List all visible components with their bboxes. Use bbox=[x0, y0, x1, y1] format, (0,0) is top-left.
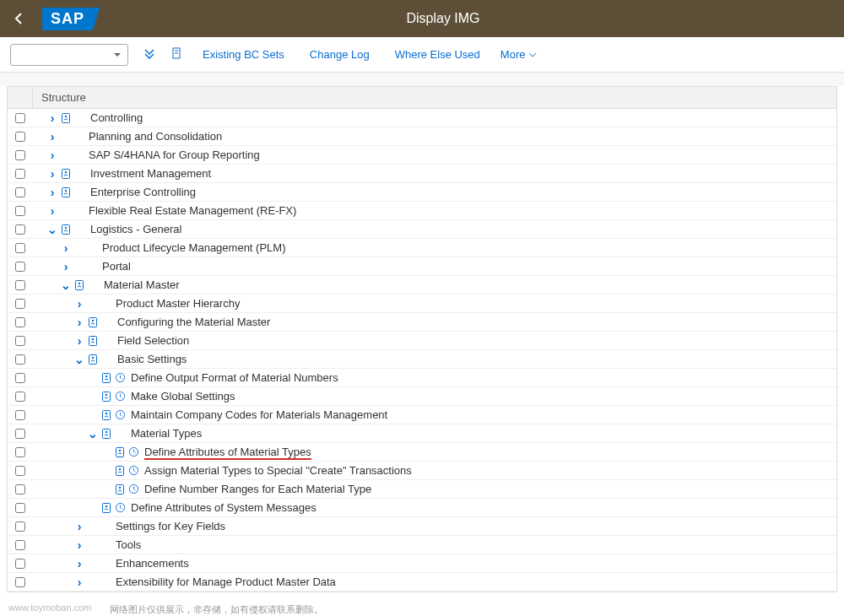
chevron-down-icon[interactable] bbox=[60, 278, 72, 292]
chevron-right-icon[interactable] bbox=[46, 186, 58, 199]
tree-row[interactable]: Investment Management bbox=[8, 165, 836, 183]
row-checkbox[interactable] bbox=[15, 280, 25, 290]
tree-row[interactable]: Product Lifecycle Management (PLM) bbox=[8, 239, 836, 257]
chevron-right-icon[interactable] bbox=[46, 204, 58, 218]
activity-doc-icon[interactable] bbox=[60, 112, 72, 124]
row-checkbox[interactable] bbox=[15, 169, 25, 179]
row-checkbox[interactable] bbox=[15, 559, 25, 569]
activity-doc-icon[interactable] bbox=[87, 354, 99, 365]
tree-row[interactable]: Planning and Consolidation bbox=[8, 127, 836, 146]
activity-doc-icon[interactable] bbox=[100, 409, 112, 421]
activity-doc-icon[interactable] bbox=[87, 335, 99, 347]
tree-row[interactable]: Tools bbox=[8, 536, 836, 554]
chevron-right-icon[interactable] bbox=[60, 260, 72, 273]
row-checkbox[interactable] bbox=[15, 429, 25, 439]
back-button[interactable] bbox=[0, 0, 37, 37]
row-checkbox[interactable] bbox=[15, 392, 25, 402]
tree-row[interactable]: Extensibility for Manage Product Master … bbox=[8, 573, 836, 592]
tree-row[interactable]: Basic Settings bbox=[8, 350, 836, 369]
activity-doc-icon[interactable] bbox=[100, 502, 112, 514]
row-checkbox[interactable] bbox=[15, 466, 25, 476]
row-checkbox[interactable] bbox=[15, 447, 25, 457]
chevron-right-icon[interactable] bbox=[73, 297, 85, 311]
row-checkbox[interactable] bbox=[15, 410, 25, 420]
row-checkbox[interactable] bbox=[15, 317, 25, 327]
expand-all-icon[interactable] bbox=[143, 47, 155, 62]
tree-row[interactable]: Define Number Ranges for Each Material T… bbox=[8, 480, 836, 499]
chevron-right-icon[interactable] bbox=[46, 167, 58, 181]
chevron-right-icon[interactable] bbox=[46, 149, 58, 162]
chevron-right-icon[interactable] bbox=[46, 130, 58, 143]
activity-doc-icon[interactable] bbox=[114, 465, 126, 477]
execute-icon[interactable] bbox=[127, 484, 139, 495]
tree-row[interactable]: Settings for Key Fields bbox=[8, 517, 836, 536]
tree-row[interactable]: Define Output Format of Material Numbers bbox=[8, 369, 836, 387]
activity-doc-icon[interactable] bbox=[87, 316, 99, 328]
tree-row[interactable]: Portal bbox=[8, 257, 836, 276]
command-field[interactable] bbox=[10, 44, 128, 66]
existing-bc-sets-link[interactable]: Existing BC Sets bbox=[197, 45, 289, 64]
row-checkbox[interactable] bbox=[15, 577, 25, 587]
tree-row[interactable]: Logistics - General bbox=[8, 220, 836, 239]
row-checkbox[interactable] bbox=[15, 336, 25, 346]
chevron-right-icon[interactable] bbox=[73, 316, 85, 329]
chevron-right-icon[interactable] bbox=[73, 334, 85, 348]
row-checkbox[interactable] bbox=[15, 132, 25, 142]
row-checkbox[interactable] bbox=[15, 113, 25, 123]
tree-row[interactable]: Configuring the Material Master bbox=[8, 313, 836, 332]
activity-doc-icon[interactable] bbox=[60, 186, 72, 198]
row-checkbox[interactable] bbox=[15, 540, 25, 550]
execute-icon[interactable] bbox=[127, 446, 139, 458]
row-checkbox[interactable] bbox=[15, 224, 25, 235]
chevron-down-icon[interactable] bbox=[87, 427, 99, 440]
tree-row[interactable]: Flexible Real Estate Management (RE-FX) bbox=[8, 202, 836, 220]
change-log-link[interactable]: Change Log bbox=[305, 45, 375, 64]
row-checkbox[interactable] bbox=[15, 299, 25, 309]
chevron-right-icon[interactable] bbox=[73, 538, 85, 552]
chevron-right-icon[interactable] bbox=[73, 557, 85, 570]
chevron-right-icon[interactable] bbox=[60, 241, 72, 255]
tree-row[interactable]: Material Types bbox=[8, 424, 836, 443]
tree-row[interactable]: Maintain Company Codes for Materials Man… bbox=[8, 406, 836, 424]
execute-icon[interactable] bbox=[114, 409, 126, 421]
execute-icon[interactable] bbox=[127, 465, 139, 477]
document-icon[interactable] bbox=[170, 47, 182, 62]
where-else-used-link[interactable]: Where Else Used bbox=[390, 45, 485, 64]
execute-icon[interactable] bbox=[114, 502, 126, 514]
activity-doc-icon[interactable] bbox=[100, 372, 112, 384]
execute-icon[interactable] bbox=[114, 391, 126, 403]
tree-row[interactable]: Field Selection bbox=[8, 332, 836, 350]
activity-doc-icon[interactable] bbox=[100, 391, 112, 403]
tree-row[interactable]: Product Master Hierarchy bbox=[8, 294, 836, 313]
activity-doc-icon[interactable] bbox=[60, 168, 72, 180]
row-checkbox[interactable] bbox=[15, 354, 25, 365]
tree-row[interactable]: Material Master bbox=[8, 276, 836, 294]
chevron-down-icon[interactable] bbox=[73, 353, 85, 366]
row-checkbox[interactable] bbox=[15, 484, 25, 494]
execute-icon[interactable] bbox=[114, 372, 126, 384]
activity-doc-icon[interactable] bbox=[114, 446, 126, 458]
tree-row[interactable]: Enhancements bbox=[8, 554, 836, 573]
row-checkbox[interactable] bbox=[15, 503, 25, 513]
chevron-right-icon[interactable] bbox=[73, 575, 85, 589]
tree-row[interactable]: Define Attributes of Material Types bbox=[8, 443, 836, 462]
tree-row[interactable]: Enterprise Controlling bbox=[8, 183, 836, 202]
row-checkbox[interactable] bbox=[15, 521, 25, 532]
row-checkbox[interactable] bbox=[15, 243, 25, 253]
row-checkbox[interactable] bbox=[15, 150, 25, 160]
more-menu[interactable]: More bbox=[500, 48, 538, 61]
chevron-right-icon[interactable] bbox=[46, 111, 58, 125]
activity-doc-icon[interactable] bbox=[114, 484, 126, 495]
tree-row[interactable]: Define Attributes of System Messages bbox=[8, 499, 836, 517]
tree-row[interactable]: Make Global Settings bbox=[8, 387, 836, 406]
tree-row[interactable]: SAP S/4HANA for Group Reporting bbox=[8, 146, 836, 165]
activity-doc-icon[interactable] bbox=[73, 279, 85, 291]
row-checkbox[interactable] bbox=[15, 373, 25, 383]
row-checkbox[interactable] bbox=[15, 187, 25, 197]
tree-row[interactable]: Assign Material Types to Special "Create… bbox=[8, 462, 836, 480]
activity-doc-icon[interactable] bbox=[100, 428, 112, 440]
row-checkbox[interactable] bbox=[15, 206, 25, 216]
chevron-right-icon[interactable] bbox=[73, 520, 85, 533]
tree-row[interactable]: Controlling bbox=[8, 109, 836, 127]
chevron-down-icon[interactable] bbox=[46, 223, 58, 236]
